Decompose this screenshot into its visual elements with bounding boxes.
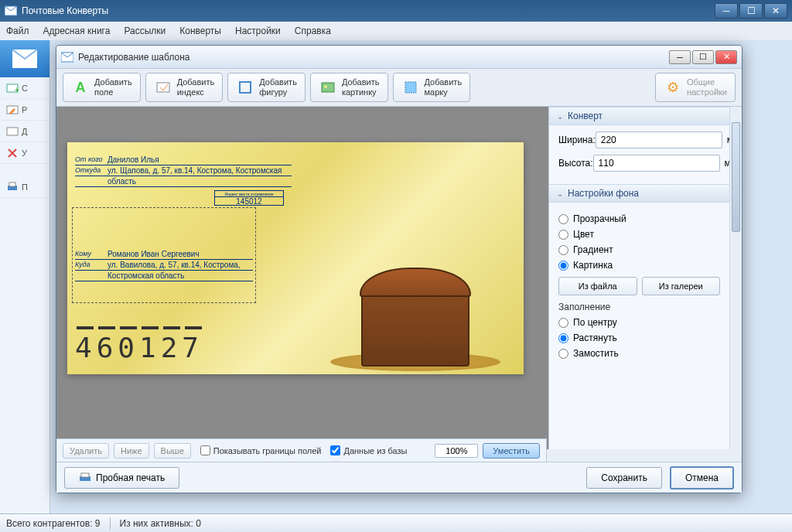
stamp-icon — [401, 78, 420, 97]
height-input[interactable] — [593, 155, 720, 172]
gear-icon: ⚙ — [664, 78, 682, 97]
tool-label: Добавить картинку — [342, 77, 380, 97]
envelope-preview[interactable]: От когоДанилов Илья Откудаул. Щапова, д.… — [67, 142, 524, 374]
dialog-toolbar: AДобавить поле Добавить индекс Добавить … — [56, 69, 742, 106]
cancel-button[interactable]: Отмена — [670, 466, 734, 489]
printer-icon — [79, 472, 91, 483]
dialog-footer: Пробная печать Сохранить Отмена — [56, 462, 742, 493]
fill-stretch-radio[interactable]: Растянуть — [558, 332, 720, 343]
save-button[interactable]: Сохранить — [586, 467, 662, 489]
fill-tile-radio[interactable]: Замостить — [558, 348, 720, 359]
app-title: Почтовые Конверты — [22, 5, 715, 16]
dialog-titlebar: Редактирование шаблона ─ ☐ ✕ — [56, 46, 742, 69]
dialog-title: Редактирование шаблона — [78, 52, 667, 63]
show-borders-checkbox[interactable]: Показывать границы полей — [200, 445, 322, 455]
sidebar-item-print[interactable]: П — [0, 176, 50, 198]
to-label: Кому — [75, 250, 108, 258]
properties-panel: Конверт Ширина: мм Высота: мм — [548, 107, 742, 449]
menu-addressbook[interactable]: Адресная книга — [43, 26, 111, 36]
to-addr-value: ул. Вавилова, д. 57, кв.14, Кострома, — [108, 261, 241, 269]
tool-label: Общие настройки — [687, 77, 727, 97]
svg-point-12 — [324, 85, 327, 88]
svg-text:+: + — [15, 86, 19, 94]
fill-center-radio[interactable]: По центру — [558, 317, 720, 328]
fit-button[interactable]: Уместить — [483, 443, 540, 459]
sidebar-item-label: П — [22, 182, 28, 192]
to-addr-value2: Костромская область — [108, 271, 184, 280]
bg-gradient-radio[interactable]: Градиент — [558, 244, 720, 255]
svg-rect-7 — [9, 182, 15, 186]
postindex-value: 460127 — [75, 332, 203, 363]
from-addr-value: ул. Щапова, д. 57, кв.14, Кострома, Кост… — [108, 166, 282, 175]
higher-button[interactable]: Выше — [154, 443, 191, 459]
tool-label: Добавить поле — [94, 77, 132, 97]
menu-file[interactable]: Файл — [6, 26, 29, 36]
from-addr-value2: область — [108, 177, 136, 186]
width-label: Ширина: — [558, 135, 596, 145]
minimize-button[interactable]: ─ — [715, 3, 738, 19]
section-envelope-header[interactable]: Конверт — [549, 107, 729, 125]
menu-settings[interactable]: Настройки — [235, 26, 281, 36]
image-icon — [319, 78, 337, 97]
dialog-icon — [61, 51, 73, 63]
sidebar-item-create[interactable]: +С — [0, 77, 50, 99]
from-gallery-button[interactable]: Из галереи — [642, 277, 721, 295]
sidebar: +С Р Д У П — [0, 40, 50, 513]
status-active: Из них активных: 0 — [120, 518, 201, 529]
menu-help[interactable]: Справка — [295, 26, 331, 36]
bg-transparent-radio[interactable]: Прозрачный — [558, 213, 720, 224]
lower-button[interactable]: Ниже — [114, 443, 149, 459]
statusbar: Всего контрагентов: 9 Из них активных: 0 — [0, 513, 792, 532]
svg-rect-11 — [322, 83, 334, 92]
canvas-pane[interactable]: От когоДанилов Илья Откудаул. Щапова, д.… — [56, 107, 548, 449]
fill-label: Заполнение — [558, 302, 720, 312]
section-bg-header[interactable]: Настройки фона — [549, 184, 729, 203]
sidebar-logo — [0, 40, 50, 77]
text-icon: A — [71, 78, 90, 97]
db-data-checkbox[interactable]: Данные из базы — [330, 445, 407, 455]
add-stamp-button[interactable]: Добавить марку — [393, 73, 471, 102]
maximize-button[interactable]: ☐ — [739, 3, 763, 19]
to-addr-label: Куда — [75, 261, 108, 269]
add-image-button[interactable]: Добавить картинку — [310, 73, 388, 102]
general-settings-button[interactable]: ⚙Общие настройки — [655, 73, 736, 102]
add-shape-button[interactable]: Добавить фигуру — [227, 73, 306, 102]
tool-label: Добавить индекс — [177, 77, 215, 97]
sidebar-item-label: Р — [22, 105, 27, 114]
from-value: Данилов Илья — [108, 155, 159, 164]
svg-rect-13 — [405, 82, 416, 93]
add-field-button[interactable]: AДобавить поле — [63, 73, 141, 102]
svg-rect-15 — [81, 473, 89, 477]
from-label: От кого — [75, 155, 108, 164]
preview-print-button[interactable]: Пробная печать — [64, 467, 179, 489]
menu-envelopes[interactable]: Конверты — [179, 26, 221, 36]
delete-button[interactable]: Удалить — [63, 443, 109, 459]
height-label: Высота: — [558, 158, 593, 169]
svg-rect-5 — [7, 128, 18, 135]
envelope-icon — [12, 49, 37, 68]
dialog-close-button[interactable]: ✕ — [715, 50, 737, 64]
app-titlebar: Почтовые Конверты ─ ☐ ✕ — [0, 0, 792, 22]
dialog-maximize-button[interactable]: ☐ — [692, 50, 714, 64]
to-value: Романов Иван Сергеевич — [108, 250, 200, 258]
sidebar-item-add[interactable]: Д — [0, 121, 50, 142]
add-index-button[interactable]: Добавить индекс — [145, 73, 224, 102]
sidebar-item-label: У — [22, 148, 27, 158]
bg-color-radio[interactable]: Цвет — [558, 229, 720, 240]
svg-rect-10 — [240, 82, 251, 93]
menu-mailings[interactable]: Рассылки — [124, 26, 166, 36]
close-button[interactable]: ✕ — [764, 3, 787, 19]
sidebar-item-delete[interactable]: У — [0, 142, 50, 164]
bg-image-radio[interactable]: Картинка — [558, 260, 720, 271]
dialog-minimize-button[interactable]: ─ — [669, 50, 691, 64]
from-addr-label: Откуда — [75, 166, 108, 175]
width-input[interactable] — [596, 131, 722, 148]
from-file-button[interactable]: Из файла — [558, 277, 637, 295]
status-total: Всего контрагентов: 9 — [6, 518, 101, 529]
zoom-value[interactable]: 100% — [435, 444, 478, 458]
app-icon — [5, 5, 17, 17]
postindex-bars — [77, 326, 202, 329]
sidebar-item-edit[interactable]: Р — [0, 99, 50, 121]
panel-scrollbar[interactable] — [729, 107, 742, 449]
envelope-bg-image — [315, 158, 516, 367]
